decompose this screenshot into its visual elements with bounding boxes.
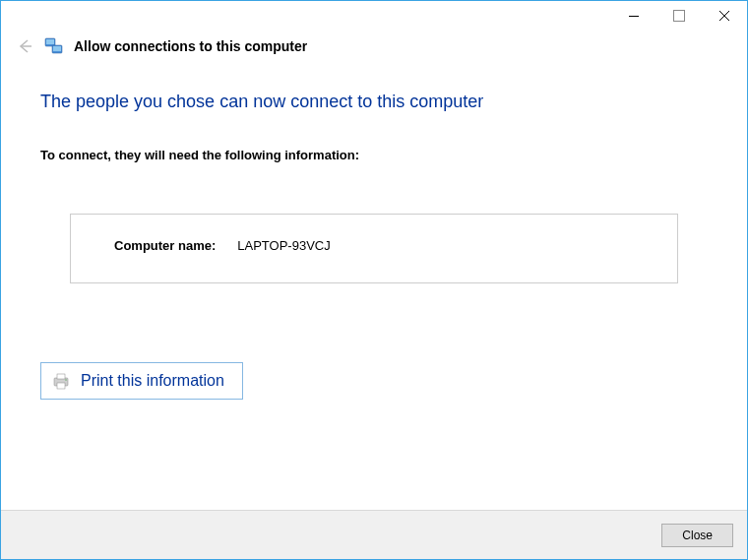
main-heading: The people you chose can now connect to … — [40, 92, 708, 112]
dialog-footer: Close — [1, 510, 747, 559]
remote-access-icon — [44, 36, 64, 56]
svg-rect-9 — [57, 383, 65, 389]
back-arrow-icon — [16, 37, 33, 55]
titlebar — [1, 1, 747, 31]
printer-icon — [51, 371, 71, 391]
svg-point-10 — [65, 379, 67, 381]
dialog-window: Allow connections to this computer The p… — [0, 0, 748, 560]
close-icon — [719, 11, 729, 21]
print-button-label: Print this information — [81, 372, 224, 390]
instruction-text: To connect, they will need the following… — [40, 148, 708, 162]
computer-name-value: LAPTOP-93VCJ — [237, 238, 330, 253]
maximize-button — [656, 1, 702, 31]
content-area: The people you chose can now connect to … — [1, 64, 747, 400]
header-row: Allow connections to this computer — [1, 31, 747, 64]
print-button[interactable]: Print this information — [40, 362, 243, 400]
svg-rect-6 — [53, 46, 61, 51]
titlebar-buttons — [611, 1, 747, 31]
header-title: Allow connections to this computer — [74, 38, 307, 54]
close-button[interactable]: Close — [661, 524, 733, 547]
back-button — [15, 36, 34, 56]
svg-rect-4 — [46, 39, 54, 44]
computer-name-label: Computer name: — [114, 238, 216, 253]
svg-rect-8 — [57, 374, 65, 379]
computer-info-box: Computer name: LAPTOP-93VCJ — [70, 214, 678, 283]
minimize-button[interactable] — [611, 1, 656, 31]
window-close-button[interactable] — [702, 1, 747, 31]
